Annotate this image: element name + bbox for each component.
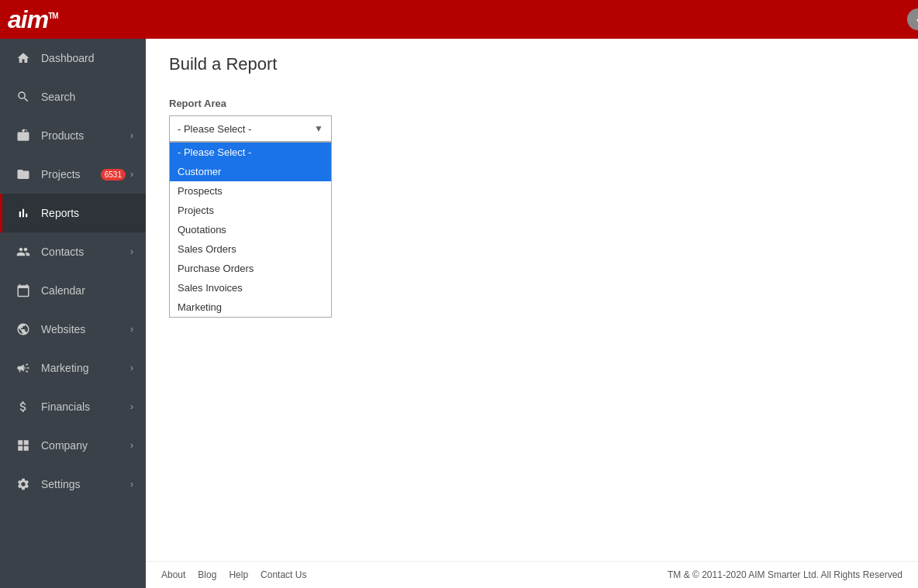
sidebar-item-label: Financials: [41, 401, 130, 413]
dropdown-item-purchase-orders[interactable]: Purchase Orders: [170, 259, 331, 278]
sidebar: Dashboard Search Products › Projects 653…: [0, 39, 146, 588]
report-area-section: Report Area - Please Select - ▼ - Please…: [169, 98, 895, 142]
dropdown-item-projects[interactable]: Projects: [170, 201, 331, 220]
people-icon: [15, 243, 32, 260]
dropdown-item-sales-invoices[interactable]: Sales Invoices: [170, 278, 331, 297]
chevron-right-icon: ›: [130, 169, 133, 180]
footer-link-about[interactable]: About: [161, 569, 185, 580]
footer: About Blog Help Contact Us TM & © 2011-2…: [146, 561, 918, 588]
grid-icon: [15, 437, 32, 454]
search-icon: [15, 88, 32, 105]
dropdown-list: - Please Select - Customer Prospects Pro…: [169, 142, 332, 318]
footer-copyright: TM & © 2011-2020 AIM Smarter Ltd. All Ri…: [668, 569, 902, 580]
chevron-right-icon: ›: [130, 479, 133, 490]
footer-links: About Blog Help Contact Us: [161, 569, 306, 580]
sidebar-collapse-button[interactable]: ‹: [907, 9, 918, 30]
chevron-right-icon: ›: [130, 440, 133, 451]
select-value: - Please Select -: [178, 123, 251, 135]
dropdown-item-quotations[interactable]: Quotations: [170, 220, 331, 239]
sidebar-item-label: Projects: [41, 168, 101, 181]
sidebar-item-label: Calendar: [41, 284, 133, 297]
sidebar-item-projects[interactable]: Projects 6531 ›: [0, 155, 146, 194]
sidebar-item-calendar[interactable]: Calendar: [0, 271, 146, 310]
sidebar-item-search[interactable]: Search: [0, 77, 146, 116]
projects-badge: 6531: [101, 169, 126, 181]
chevron-right-icon: ›: [130, 363, 133, 373]
footer-link-help[interactable]: Help: [229, 569, 248, 580]
sidebar-item-label: Settings: [41, 478, 130, 490]
sidebar-item-label: Reports: [41, 207, 133, 219]
footer-link-contact-us[interactable]: Contact Us: [261, 569, 306, 580]
chart-bar-icon: [15, 205, 32, 222]
main-layout: Dashboard Search Products › Projects 653…: [0, 39, 918, 588]
megaphone-icon: [15, 359, 32, 377]
sidebar-item-websites[interactable]: Websites ›: [0, 310, 146, 349]
dropdown-item-prospects[interactable]: Prospects: [170, 181, 331, 201]
report-area-label: Report Area: [169, 98, 895, 109]
dropdown-item-sales-orders[interactable]: Sales Orders: [170, 239, 331, 259]
sidebar-item-label: Websites: [41, 323, 130, 335]
sidebar-item-settings[interactable]: Settings ›: [0, 465, 146, 504]
logo-tm: TM: [48, 12, 57, 20]
report-area-select[interactable]: - Please Select - ▼: [169, 115, 332, 142]
globe-icon: [15, 321, 32, 338]
sidebar-item-financials[interactable]: Financials ›: [0, 387, 146, 426]
report-area-select-wrapper: - Please Select - ▼ - Please Select - Cu…: [169, 115, 332, 142]
home-icon: [15, 50, 32, 67]
chevron-right-icon: ›: [130, 401, 133, 412]
sidebar-item-dashboard[interactable]: Dashboard: [0, 39, 146, 77]
sidebar-item-label: Marketing: [41, 362, 130, 374]
chevron-right-icon: ›: [130, 130, 133, 141]
sidebar-item-label: Company: [41, 439, 130, 452]
dropdown-item-marketing[interactable]: Marketing: [170, 297, 331, 317]
calendar-icon: [15, 282, 32, 299]
dropdown-item-customer[interactable]: Customer: [170, 162, 331, 181]
sidebar-item-label: Search: [41, 91, 133, 103]
chevron-down-icon: ▼: [314, 123, 323, 134]
sidebar-item-company[interactable]: Company ›: [0, 426, 146, 465]
chevron-right-icon: ›: [130, 324, 133, 335]
sidebar-item-label: Dashboard: [41, 52, 133, 64]
dropdown-item-placeholder[interactable]: - Please Select -: [170, 143, 331, 162]
page-body: Build a Report Report Area - Please Sele…: [146, 39, 918, 561]
sidebar-item-label: Contacts: [41, 246, 130, 258]
gear-icon: [15, 476, 32, 493]
top-bar: aimTM ‹: [0, 0, 918, 39]
coins-icon: [15, 398, 32, 415]
footer-link-blog[interactable]: Blog: [198, 569, 216, 580]
chevron-right-icon: ›: [130, 246, 133, 257]
app-logo: aimTM: [8, 5, 58, 34]
sidebar-item-contacts[interactable]: Contacts ›: [0, 232, 146, 271]
box-icon: [15, 127, 32, 144]
sidebar-item-marketing[interactable]: Marketing ›: [0, 349, 146, 387]
sidebar-item-products[interactable]: Products ›: [0, 116, 146, 155]
sidebar-item-reports[interactable]: Reports: [0, 194, 146, 232]
main-content: Build a Report Report Area - Please Sele…: [146, 39, 918, 588]
page-title: Build a Report: [169, 54, 895, 74]
sidebar-item-label: Products: [41, 129, 130, 142]
folder-icon: [15, 166, 32, 183]
